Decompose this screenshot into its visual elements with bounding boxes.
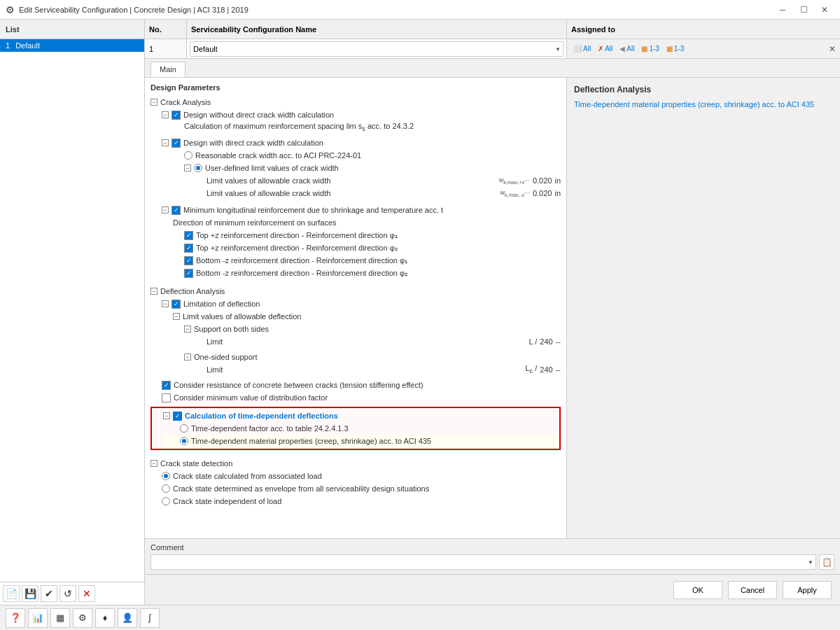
copy-button[interactable]: 💾 bbox=[22, 585, 38, 602]
wk-max-minus-label: wk,max,-z··· bbox=[500, 189, 530, 198]
add-button[interactable]: 📄 bbox=[3, 585, 20, 602]
design-with-row: − Design with direct crack width calcula… bbox=[150, 136, 561, 149]
config-name-dropdown[interactable]: Default bbox=[190, 41, 564, 57]
crack-analysis-collapse[interactable]: − bbox=[150, 99, 158, 106]
settings-button[interactable]: ⚙ bbox=[73, 608, 92, 628]
min-reinf-checkbox[interactable] bbox=[172, 206, 181, 215]
limit-crack-pos-unit: in bbox=[554, 176, 561, 185]
ok-button[interactable]: OK bbox=[673, 581, 722, 599]
design-with-checkbox[interactable] bbox=[172, 139, 181, 148]
min-reinf-section: − Minimum longitudinal reinforcement due… bbox=[150, 204, 561, 279]
min-reinf-label: Minimum longitudinal reinforcement due t… bbox=[183, 206, 443, 214]
wk-max-plus-label: wk,max,+z··· bbox=[499, 176, 530, 186]
minimize-button[interactable]: ─ bbox=[773, 3, 792, 17]
cancel-button[interactable]: Cancel bbox=[728, 581, 777, 599]
comment-dropdown[interactable] bbox=[150, 554, 816, 570]
crack-state-opt2-radio[interactable] bbox=[162, 484, 170, 493]
assign-all-1-button[interactable]: ⬜ All bbox=[571, 44, 593, 53]
one-sided-label: One-sided support bbox=[194, 353, 258, 361]
comment-copy-button[interactable]: 📋 bbox=[819, 554, 834, 570]
assign-13-1-button[interactable]: ▦ 1-3 bbox=[639, 44, 661, 53]
limit-crack-pos-label: Limit values of allowable crack width bbox=[206, 176, 330, 185]
grid-button[interactable]: ▦ bbox=[50, 608, 70, 628]
limit-values-collapse[interactable]: − bbox=[173, 313, 180, 320]
one-sided-collapse[interactable]: − bbox=[184, 354, 191, 360]
min-distribution-checkbox[interactable] bbox=[162, 393, 171, 402]
maximize-button[interactable]: ☐ bbox=[794, 3, 813, 17]
crack-state-opt3-label: Crack state independent of load bbox=[173, 497, 281, 505]
deflection-collapse[interactable]: − bbox=[150, 288, 158, 295]
support-both-limit-label: Limit bbox=[206, 337, 223, 346]
close-button[interactable]: ✕ bbox=[815, 3, 834, 17]
diamond-button[interactable]: ♦ bbox=[95, 608, 115, 628]
bot-z-phi1-checkbox[interactable] bbox=[184, 256, 193, 265]
user-defined-radio[interactable] bbox=[194, 164, 202, 172]
list-panel: List 1 Default 📄 💾 ✔ ↺ ✕ bbox=[0, 20, 145, 605]
top-z-phi1-label: Top +z reinforcement direction - Reinfor… bbox=[196, 231, 398, 240]
user-defined-label: User-defined limit values of crack width bbox=[205, 164, 339, 172]
comment-label: Comment bbox=[150, 543, 834, 552]
comment-section: Comment 📋 bbox=[145, 538, 840, 574]
time-dep-opt1-radio[interactable] bbox=[180, 424, 188, 433]
bot-z-phi1-label: Bottom -z reinforcement direction - Rein… bbox=[196, 256, 407, 265]
list-toolbar: 📄 💾 ✔ ↺ ✕ bbox=[0, 582, 144, 605]
list-item-name: Default bbox=[15, 41, 40, 50]
list-item-num: 1 bbox=[6, 41, 10, 50]
assign-all-3-button[interactable]: ◀ All bbox=[617, 44, 636, 53]
accept-button[interactable]: ✔ bbox=[41, 585, 57, 602]
apply-button[interactable]: Apply bbox=[783, 581, 832, 599]
crack-state-collapse[interactable]: − bbox=[150, 460, 158, 467]
params-panel: Design Parameters − Crack Analysis − Des… bbox=[145, 78, 567, 538]
title-text: Edit Serviceability Configuration | Conc… bbox=[19, 6, 248, 14]
delete-button[interactable]: ✕ bbox=[78, 585, 95, 602]
table-button[interactable]: 📊 bbox=[28, 608, 48, 628]
limitation-collapse[interactable]: − bbox=[162, 300, 169, 307]
time-dep-checkbox[interactable] bbox=[173, 412, 182, 421]
top-z-phi2-checkbox[interactable] bbox=[184, 244, 193, 253]
crack-state-opt1-radio[interactable] bbox=[162, 472, 170, 480]
design-with-collapse[interactable]: − bbox=[162, 139, 169, 146]
min-distribution-label: Consider minimum value of distribution f… bbox=[174, 393, 328, 402]
top-z-phi1-checkbox[interactable] bbox=[184, 231, 193, 240]
assigned-remove-button[interactable]: ✕ bbox=[829, 44, 836, 54]
time-dep-opt2-radio[interactable] bbox=[180, 437, 188, 445]
bot-z-phi2-label: Bottom -z reinforcement direction - Rein… bbox=[196, 269, 407, 278]
one-sided-unit: -- bbox=[556, 365, 561, 374]
support-both-label: Support on both sides bbox=[194, 325, 269, 333]
assign-13-2-button[interactable]: ▦ 1-3 bbox=[664, 44, 686, 53]
no-value: 1 bbox=[145, 39, 187, 58]
list-item[interactable]: 1 Default bbox=[0, 39, 144, 52]
max-spacing-label: Calculation of maximum reinforcement spa… bbox=[184, 122, 414, 132]
user-defined-collapse[interactable]: − bbox=[184, 164, 191, 172]
limit-crack-neg-label: Limit values of allowable crack width bbox=[206, 189, 330, 197]
min-reinf-collapse[interactable]: − bbox=[162, 206, 169, 214]
support-both-collapse[interactable]: − bbox=[184, 326, 191, 332]
design-without-checkbox[interactable] bbox=[172, 111, 181, 120]
tab-main[interactable]: Main bbox=[150, 62, 186, 77]
crack-state-opt3-radio[interactable] bbox=[162, 497, 170, 505]
crack-state-label: Crack state detection bbox=[160, 459, 232, 468]
history-button[interactable]: 👤 bbox=[118, 608, 137, 628]
design-params-heading: Design Parameters bbox=[150, 83, 561, 92]
crack-state-opt2-label: Crack state determined as envelope from … bbox=[173, 484, 429, 493]
tension-stiffening-checkbox[interactable] bbox=[162, 381, 171, 390]
max-spacing-row: Calculation of maximum reinforcement spa… bbox=[150, 121, 561, 134]
crack-analysis-row: − Crack Analysis bbox=[150, 96, 561, 108]
time-dep-label: Calculation of time-dependent deflection… bbox=[185, 412, 338, 420]
help-button[interactable]: ❓ bbox=[6, 608, 25, 628]
one-sided-value: 240 bbox=[540, 365, 552, 374]
time-dep-collapse[interactable]: − bbox=[163, 412, 170, 419]
titlebar: ⚙ Edit Serviceability Configuration | Co… bbox=[0, 0, 840, 20]
support-both-value: 240 bbox=[540, 337, 552, 346]
list-label: List bbox=[0, 20, 144, 39]
design-without-collapse[interactable]: − bbox=[162, 111, 169, 118]
assign-all-2-button[interactable]: ✗ All bbox=[596, 44, 615, 53]
limitation-checkbox[interactable] bbox=[172, 300, 181, 309]
deflection-section: − Deflection Analysis − Limitation of de… bbox=[150, 285, 561, 450]
info-title: Deflection Analysis bbox=[574, 85, 833, 94]
reasonable-crack-radio[interactable] bbox=[184, 151, 192, 160]
bot-z-phi2-checkbox[interactable] bbox=[184, 269, 193, 278]
undo-button[interactable]: ↺ bbox=[59, 585, 76, 602]
function-button[interactable]: ∫ bbox=[140, 608, 160, 628]
reasonable-crack-label: Reasonable crack width acc. to ACI PRC-2… bbox=[195, 151, 361, 160]
